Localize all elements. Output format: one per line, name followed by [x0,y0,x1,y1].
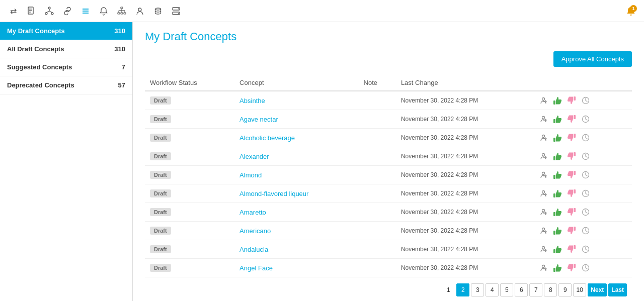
page-10-button[interactable]: 10 [573,283,586,296]
col-last-change: Last Change [396,75,533,91]
last-change-cell: November 30, 2022 4:28 PM [396,91,533,110]
concept-cell: Amaretto [234,203,358,222]
sidebar: My Draft Concepts 310 All Draft Concepts… [0,22,133,301]
reject-icon[interactable] [566,151,577,162]
reject-icon[interactable] [566,244,577,255]
status-cell: Draft [145,259,234,277]
history-icon[interactable] [580,114,591,125]
concept-link[interactable]: Absinthe [239,97,265,105]
table-row: Draft Angel Face November 30, 2022 4:28 … [145,259,632,277]
reject-icon[interactable] [566,188,577,199]
note-cell [359,129,396,147]
org-chart-icon[interactable] [115,4,129,18]
reject-icon[interactable] [566,114,577,125]
history-icon[interactable] [580,132,591,143]
reject-icon[interactable] [566,262,577,273]
concept-link[interactable]: Agave nectar [239,116,278,123]
note-cell [359,110,396,129]
reject-icon[interactable] [566,95,577,106]
reject-icon[interactable] [566,225,577,236]
approve-icon[interactable] [552,95,563,106]
approve-icon[interactable] [552,188,563,199]
approve-icon[interactable] [552,132,563,143]
approve-icon[interactable] [552,244,563,255]
document-icon[interactable] [24,4,38,18]
link-icon[interactable] [60,4,74,18]
status-cell: Draft [145,147,234,166]
concept-link[interactable]: Amaretto [239,209,266,216]
approve-icon[interactable] [552,262,563,273]
history-icon[interactable] [580,262,591,273]
approve-icon[interactable] [552,151,563,162]
sidebar-item-my-draft-count: 310 [114,27,125,35]
next-button[interactable]: Next [588,283,607,296]
history-icon[interactable] [580,188,591,199]
approve-icon[interactable] [552,207,563,218]
svg-line-9 [49,11,52,13]
table-row: Draft Agave nectar November 30, 2022 4:2… [145,110,632,129]
page-9-button[interactable]: 9 [558,283,572,296]
status-cell: Draft [145,222,234,240]
assign-icon[interactable] [538,114,549,125]
reject-icon[interactable] [566,132,577,143]
page-4-button[interactable]: 4 [486,283,499,296]
share-icon[interactable]: ⇄ [6,4,20,18]
concept-link[interactable]: Almond [239,171,262,179]
history-icon[interactable] [580,225,591,236]
status-cell: Draft [145,240,234,259]
assign-icon[interactable] [538,151,549,162]
sidebar-item-suggested[interactable]: Suggested Concepts 7 [0,58,132,76]
sidebar-item-my-draft[interactable]: My Draft Concepts 310 [0,22,132,40]
status-cell: Draft [145,110,234,129]
assign-icon[interactable] [538,262,549,273]
database-icon[interactable] [151,4,165,18]
concept-link[interactable]: Almond-flavored liqueur [239,190,308,197]
server-icon[interactable] [169,4,183,18]
approve-icon[interactable] [552,169,563,180]
person-icon[interactable] [133,4,147,18]
history-icon[interactable] [580,207,591,218]
approve-all-button[interactable]: Approve All Concepts [553,51,632,67]
notification-icon[interactable]: 1 [624,4,638,18]
history-icon[interactable] [580,244,591,255]
page-7-button[interactable]: 7 [529,283,542,296]
assign-icon[interactable] [538,225,549,236]
assign-icon[interactable] [538,132,549,143]
concept-link[interactable]: Americano [239,227,271,235]
history-icon[interactable] [580,169,591,180]
sidebar-item-deprecated[interactable]: Deprecated Concepts 57 [0,76,132,94]
action-icons-cell [533,240,632,259]
last-button[interactable]: Last [608,283,627,296]
assign-icon[interactable] [538,207,549,218]
assign-icon[interactable] [538,244,549,255]
page-6-button[interactable]: 6 [515,283,528,296]
concept-link[interactable]: Alcoholic beverage [239,134,295,142]
action-icons-cell [533,184,632,203]
note-cell [359,184,396,203]
pagination: 1 2 3 4 5 6 7 8 9 10 Next Last [145,277,632,298]
sidebar-item-all-draft[interactable]: All Draft Concepts 310 [0,40,132,58]
hierarchy-icon[interactable] [42,4,56,18]
history-icon[interactable] [580,151,591,162]
page-2-button[interactable]: 2 [456,283,469,296]
approve-icon[interactable] [552,225,563,236]
assign-icon[interactable] [538,169,549,180]
action-icons-cell [533,203,632,222]
concept-cell: Angel Face [234,259,358,277]
history-icon[interactable] [580,95,591,106]
approve-icon[interactable] [552,114,563,125]
svg-rect-41 [574,134,576,138]
page-8-button[interactable]: 8 [544,283,557,296]
concept-link[interactable]: Angel Face [239,264,273,272]
concept-link[interactable]: Andalucia [239,246,268,253]
bell-icon[interactable] [97,4,111,18]
reject-icon[interactable] [566,207,577,218]
concept-link[interactable]: Alexander [239,153,269,160]
main-layout: My Draft Concepts 310 All Draft Concepts… [0,22,644,301]
list-icon[interactable] [78,4,93,18]
reject-icon[interactable] [566,169,577,180]
assign-icon[interactable] [538,95,549,106]
page-5-button[interactable]: 5 [500,283,513,296]
assign-icon[interactable] [538,188,549,199]
page-3-button[interactable]: 3 [471,283,484,296]
